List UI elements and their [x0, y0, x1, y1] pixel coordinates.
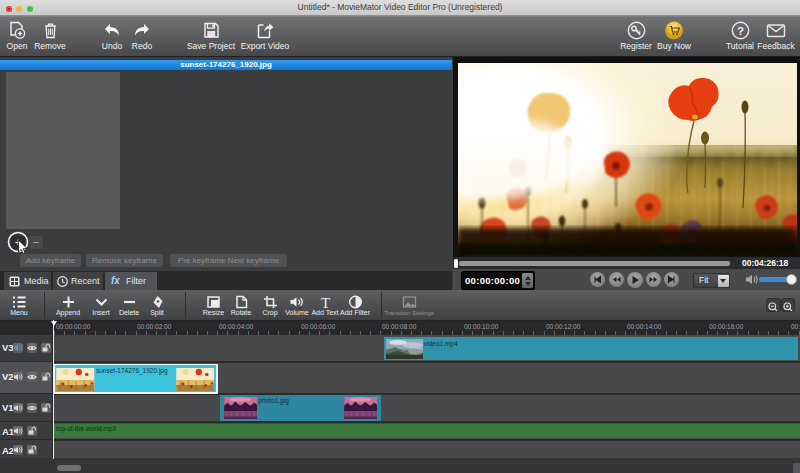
svg-text:?: ?	[736, 25, 743, 37]
svg-text:T: T	[320, 295, 329, 309]
